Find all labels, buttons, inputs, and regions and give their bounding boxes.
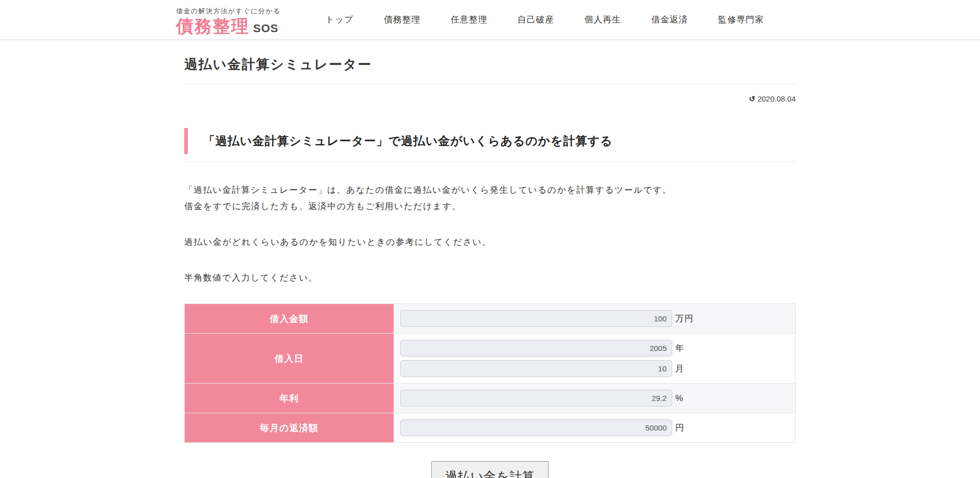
input-note-paragraph: 半角数値で入力してください。 bbox=[184, 270, 796, 286]
button-row: 過払い金を計算 bbox=[184, 461, 796, 478]
field-line: 年 bbox=[400, 340, 789, 357]
logo-tagline: 借金の解決方法がすぐに分かる bbox=[176, 7, 281, 16]
row-value-cell: 円 bbox=[394, 413, 795, 442]
table-row-loan-date: 借入日 年 月 bbox=[185, 333, 795, 383]
hint-paragraph: 過払い金がどれくらいあるのかを知りたいときの参考にしてください。 bbox=[184, 234, 796, 250]
logo-sub-text: SOS bbox=[253, 22, 278, 35]
main-content: 過払い金計算シミュレーター ↺2020.08.04 「過払い金計算シミュレーター… bbox=[184, 40, 796, 478]
header-inner: 借金の解決方法がすぐに分かる 債務整理 SOS トップ 債務整理 任意整理 自己… bbox=[176, 0, 804, 39]
intro-line-2: 借金をすでに完済した方も、返済中の方もご利用いただけます。 bbox=[184, 198, 796, 215]
row-label-monthly-payment: 毎月の返済額 bbox=[185, 413, 394, 442]
unit-label-month: 月 bbox=[675, 363, 684, 374]
field-line: 月 bbox=[400, 360, 789, 377]
annual-rate-input[interactable] bbox=[400, 390, 672, 407]
nav-item-kanshusenmonka[interactable]: 監修専門家 bbox=[718, 14, 764, 26]
table-row-annual-rate: 年利 % bbox=[185, 383, 795, 413]
loan-month-input[interactable] bbox=[400, 360, 672, 377]
row-value-cell: 年 月 bbox=[394, 334, 795, 383]
section-heading: 「過払い金計算シミュレーター」で過払い金がいくらあるのかを計算する bbox=[184, 128, 796, 154]
row-label-loan-amount: 借入金額 bbox=[185, 304, 394, 333]
section-heading-wrap: 「過払い金計算シミュレーター」で過払い金がいくらあるのかを計算する bbox=[184, 128, 796, 162]
logo-line: 債務整理 SOS bbox=[176, 17, 281, 36]
article-meta: ↺2020.08.04 bbox=[184, 94, 796, 104]
monthly-payment-input[interactable] bbox=[400, 419, 672, 436]
nav-item-shakkinhensai[interactable]: 借金返済 bbox=[651, 14, 688, 26]
site-header: 借金の解決方法がすぐに分かる 債務整理 SOS トップ 債務整理 任意整理 自己… bbox=[0, 0, 980, 40]
page-title: 過払い金計算シミュレーター bbox=[184, 56, 796, 84]
unit-label-percent: % bbox=[675, 393, 683, 404]
intro-paragraph: 「過払い金計算シミュレーター」は、あなたの借金に過払い金がいくら発生しているのか… bbox=[184, 182, 796, 215]
nav-item-niniseiri[interactable]: 任意整理 bbox=[451, 14, 487, 26]
nav-item-jikohasan[interactable]: 自己破産 bbox=[518, 14, 554, 26]
intro-line-1: 「過払い金計算シミュレーター」は、あなたの借金に過払い金がいくら発生しているのか… bbox=[184, 182, 796, 198]
unit-label-manen: 万円 bbox=[675, 313, 694, 324]
loan-amount-input[interactable] bbox=[400, 310, 672, 327]
field-line: 円 bbox=[400, 419, 789, 436]
loan-year-input[interactable] bbox=[400, 340, 672, 357]
row-label-loan-date: 借入日 bbox=[185, 334, 394, 383]
field-line: 万円 bbox=[400, 310, 789, 327]
row-label-annual-rate: 年利 bbox=[185, 384, 394, 413]
unit-label-year: 年 bbox=[675, 342, 684, 354]
nav-item-kojinsaisei[interactable]: 個人再生 bbox=[584, 14, 621, 26]
site-logo[interactable]: 借金の解決方法がすぐに分かる 債務整理 SOS bbox=[176, 4, 281, 36]
calculate-button[interactable]: 過払い金を計算 bbox=[431, 461, 549, 478]
row-value-cell: % bbox=[394, 384, 795, 413]
row-value-cell: 万円 bbox=[394, 304, 795, 333]
field-line: % bbox=[400, 390, 789, 407]
nav-item-top[interactable]: トップ bbox=[326, 14, 354, 26]
history-icon: ↺ bbox=[749, 94, 755, 104]
nav-item-saimuseiri[interactable]: 債務整理 bbox=[384, 14, 421, 26]
main-nav: トップ 債務整理 任意整理 自己破産 個人再生 借金返済 監修専門家 bbox=[326, 14, 804, 26]
unit-label-yen: 円 bbox=[675, 422, 684, 434]
publish-date: 2020.08.04 bbox=[757, 94, 796, 103]
logo-main-text: 債務整理 bbox=[176, 17, 250, 36]
simulator-table: 借入金額 万円 借入日 年 月 年利 bbox=[184, 304, 796, 443]
table-row-loan-amount: 借入金額 万円 bbox=[185, 304, 795, 333]
table-row-monthly-payment: 毎月の返済額 円 bbox=[185, 413, 795, 442]
